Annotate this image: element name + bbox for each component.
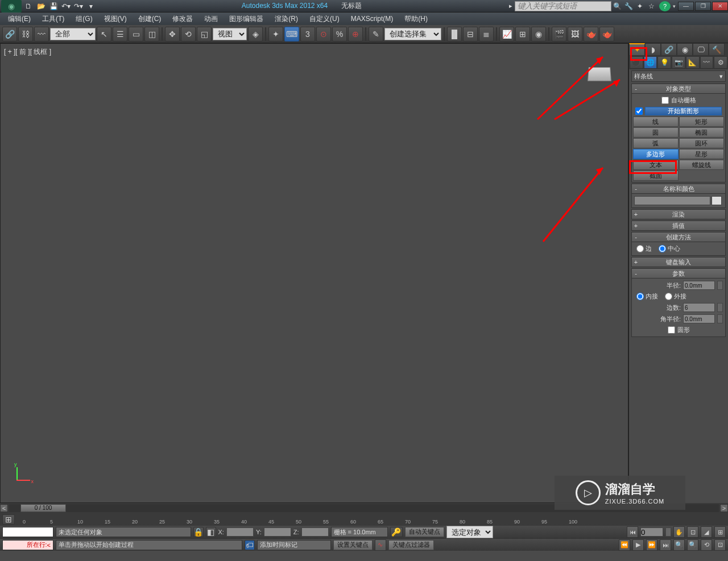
slider-next-icon[interactable]: > xyxy=(720,504,728,512)
render-setup-icon[interactable]: 🎬 xyxy=(552,27,566,41)
menu-help[interactable]: 帮助(H) xyxy=(399,13,433,25)
helpers-subtab[interactable]: 📐 xyxy=(686,56,700,69)
modify-tab[interactable]: ◗ xyxy=(645,43,661,56)
keyboard-entry-rollout[interactable]: +键盘输入 xyxy=(631,257,726,267)
section-button[interactable]: 截面 xyxy=(633,171,679,181)
display-tab[interactable]: 🖵 xyxy=(693,43,709,56)
play-icon[interactable]: ▶ xyxy=(632,539,644,551)
menu-graph-editors[interactable]: 图形编辑器 xyxy=(224,13,269,25)
select-icon[interactable]: ↖ xyxy=(97,27,111,41)
render-frame-icon[interactable]: 🖼 xyxy=(568,27,582,41)
search-icon[interactable]: 🔍 xyxy=(611,1,623,11)
align-icon[interactable]: ⊟ xyxy=(463,27,478,41)
play-prev-key-icon[interactable]: ⏪ xyxy=(619,539,630,551)
goto-start-icon[interactable]: ⏮ xyxy=(627,526,638,538)
corner-radius-spinner-buttons[interactable] xyxy=(717,314,723,323)
text-button[interactable]: 文本 xyxy=(633,160,679,170)
frame-input[interactable] xyxy=(640,527,663,537)
arc-button[interactable]: 弧 xyxy=(633,138,679,148)
category-dropdown[interactable]: 样条线▾ xyxy=(631,70,726,82)
radius-spinner[interactable]: 0.0mm xyxy=(683,281,715,290)
edit-named-sel-icon[interactable]: ✎ xyxy=(369,27,383,41)
angle-snap-icon[interactable]: ⊙ xyxy=(316,27,331,41)
auto-key-button[interactable]: 自动关键点 xyxy=(405,527,444,537)
undo-icon[interactable]: ↶▾ xyxy=(60,1,72,11)
inscribed-radio[interactable]: 内接 xyxy=(636,292,658,301)
qat-overflow-icon[interactable]: ▾ xyxy=(85,1,97,11)
auto-grid-checkbox[interactable]: 自动栅格 xyxy=(633,95,724,106)
key-target-combo[interactable]: 选定对象 xyxy=(446,526,493,538)
ngon-button[interactable]: 多边形 xyxy=(633,149,679,159)
rotate-icon[interactable]: ⟲ xyxy=(181,27,196,41)
search-input[interactable] xyxy=(515,1,611,11)
name-color-rollout[interactable]: -名称和颜色 xyxy=(631,184,726,194)
percent-snap-icon[interactable]: % xyxy=(332,27,347,41)
menu-modifiers[interactable]: 修改器 xyxy=(167,13,198,25)
key-curve-icon[interactable]: ∿ xyxy=(375,539,386,551)
selection-filter-combo[interactable]: 全部 xyxy=(50,28,96,40)
hierarchy-tab[interactable]: 🔗 xyxy=(661,43,677,56)
time-slider-handle[interactable]: 0 / 100 xyxy=(20,504,66,512)
object-name-input[interactable] xyxy=(634,196,710,205)
circular-checkbox[interactable]: 圆形 xyxy=(633,325,724,335)
time-ruler[interactable]: ⊞ 05101520253035404550556065707580859095… xyxy=(0,513,728,526)
viewcube-face[interactable] xyxy=(588,67,611,81)
viewport[interactable]: [ + ][ 前 ][ 线框 ] y x xyxy=(0,43,628,503)
creation-method-rollout[interactable]: -创建方法 xyxy=(631,232,726,242)
move-icon[interactable]: ✥ xyxy=(165,27,180,41)
slider-prev-icon[interactable]: < xyxy=(0,504,8,512)
zoom-all-icon[interactable]: 🔍 xyxy=(687,539,698,551)
zoom-extents-icon[interactable]: ⊡ xyxy=(687,526,698,538)
color-swatch[interactable] xyxy=(712,196,722,205)
frame-spinner-buttons[interactable] xyxy=(665,527,671,537)
bind-spacewarp-icon[interactable]: 〰 xyxy=(34,27,49,41)
named-selection-combo[interactable]: 创建选择集 xyxy=(384,28,441,40)
title-arrow-icon[interactable]: ▸ xyxy=(509,2,512,10)
lock-icon[interactable]: 🔒 xyxy=(193,527,204,537)
rectangle-region-icon[interactable]: ▭ xyxy=(129,27,143,41)
play-next-key-icon[interactable]: ⏩ xyxy=(646,539,657,551)
rectangle-button[interactable]: 矩形 xyxy=(679,117,725,127)
create-tab[interactable]: ✦ xyxy=(629,43,645,56)
maximize-button[interactable]: ❐ xyxy=(695,2,711,11)
radius-spinner-buttons[interactable] xyxy=(717,281,723,290)
line-button[interactable]: 线 xyxy=(633,117,679,127)
menu-group[interactable]: 组(G) xyxy=(70,13,98,25)
mirror-icon[interactable]: ▐▌ xyxy=(447,27,462,41)
orbit-icon[interactable]: ⟲ xyxy=(701,539,712,551)
pan-icon[interactable]: ✋ xyxy=(673,526,685,538)
menu-customize[interactable]: 自定义(U) xyxy=(304,13,345,25)
manipulate-icon[interactable]: ✦ xyxy=(268,27,283,41)
ruler-config-icon[interactable]: ⊞ xyxy=(2,514,15,525)
viewcube[interactable] xyxy=(582,61,617,95)
set-key-button[interactable]: 设置关键点 xyxy=(333,540,373,550)
x-input[interactable] xyxy=(226,527,254,537)
rendering-rollout[interactable]: +渲染 xyxy=(631,209,726,219)
z-input[interactable] xyxy=(301,527,329,537)
menu-animation[interactable]: 动画 xyxy=(198,13,224,25)
menu-edit[interactable]: 编辑(E) xyxy=(2,13,36,25)
menu-maxscript[interactable]: MAXScript(M) xyxy=(345,13,399,25)
min-max-icon[interactable]: ⊡ xyxy=(714,539,726,551)
key-mode-icon[interactable]: 🔑 xyxy=(390,527,403,537)
menu-tools[interactable]: 工具(T) xyxy=(36,13,70,25)
keyboard-shortcut-icon[interactable]: ⌨ xyxy=(284,27,299,41)
key-filters-button[interactable]: 关键点过滤器 xyxy=(388,540,434,550)
pivot-icon[interactable]: ◈ xyxy=(248,27,263,41)
edge-radio[interactable]: 边 xyxy=(636,244,652,253)
spinner-snap-icon[interactable]: ⊕ xyxy=(348,27,363,41)
shapes-subtab[interactable]: 🌐 xyxy=(644,56,657,69)
close-button[interactable]: ✕ xyxy=(712,2,728,11)
interpolation-rollout[interactable]: +插值 xyxy=(631,221,726,231)
circumscribed-radio[interactable]: 外接 xyxy=(665,292,686,301)
tag-icon[interactable]: 🏷 xyxy=(245,540,255,550)
center-radio[interactable]: 中心 xyxy=(659,244,680,253)
redo-icon[interactable]: ↷▾ xyxy=(73,1,84,11)
sides-spinner[interactable]: 6 xyxy=(683,303,715,312)
render-icon[interactable]: 🫖 xyxy=(584,27,598,41)
menu-create[interactable]: 创建(C) xyxy=(133,13,167,25)
window-crossing-icon[interactable]: ◫ xyxy=(144,27,159,41)
utilities-tab[interactable]: 🔨 xyxy=(709,43,725,56)
helix-button[interactable]: 螺旋线 xyxy=(679,160,725,170)
select-by-name-icon[interactable]: ☰ xyxy=(113,27,127,41)
